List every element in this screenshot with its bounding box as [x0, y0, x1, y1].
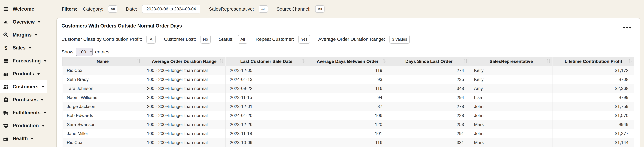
sidebar-item-label: Forecasting — [13, 58, 41, 64]
sort-arrows-icon — [546, 58, 550, 65]
sidebar-item-customers[interactable]: Customers — [0, 80, 48, 93]
column-header-label: Days Since Last Order — [405, 59, 452, 64]
filters-label: Filters: — [62, 6, 78, 12]
filter-label: Repeat Customer: — [256, 36, 294, 42]
cell-name: Ric Cox — [62, 66, 143, 75]
filter-label: Customer Lost: — [164, 36, 196, 42]
column-header-label: Name — [97, 59, 109, 64]
cell-days-since-last-order: 228 — [388, 111, 470, 120]
table-row: Jane Miller100 - 200% longer than normal… — [62, 129, 634, 138]
sidebar-item-sales[interactable]: $Sales — [0, 42, 48, 54]
cell-average-order-duration-range: 100 - 200% longer than normal — [143, 66, 226, 75]
dollar-icon: $ — [2, 44, 9, 51]
cell-average-days-between-order: 87 — [307, 102, 388, 111]
cell-lifetime-contribution-profit: $2,368 — [553, 84, 634, 93]
status-filter-button[interactable]: All — [238, 35, 248, 44]
cell-lifetime-contribution-profit: $1,570 — [553, 111, 634, 120]
column-header-label: Average Order Duration Range — [152, 59, 216, 64]
column-header-average-days-between-order[interactable]: Average Days Between Order — [307, 57, 388, 66]
cell-salesrepresentative: John — [470, 129, 552, 138]
cell-last-customer-sale-date: 2023-10-09 — [226, 138, 307, 147]
sidebar-item-welcome[interactable]: Welcome — [0, 2, 48, 16]
column-header-salesrepresentative[interactable]: SalesRepresentative — [470, 57, 552, 66]
cell-last-customer-sale-date: 2024-01-13 — [226, 75, 307, 84]
chevron-down-icon — [31, 138, 34, 140]
cell-last-customer-sale-date: 2023-12-01 — [226, 102, 307, 111]
sidebar-item-margins[interactable]: $Margins — [0, 28, 48, 42]
sidebar-item-fulfillments[interactable]: Fulfillments — [0, 106, 48, 119]
cell-salesrepresentative: Lisa — [470, 93, 552, 102]
sidebar-item-label: Welcome — [13, 6, 34, 12]
cell-lifetime-contribution-profit: $799 — [553, 93, 634, 102]
column-header-last-customer-sale-date[interactable]: Last Customer Sale Date — [226, 57, 307, 66]
cell-last-customer-sale-date: 2023-11-15 — [226, 93, 307, 102]
open-box-icon — [2, 122, 9, 129]
cell-salesrepresentative: Kelly — [470, 75, 552, 84]
customer-lost-filter-button[interactable]: No — [200, 35, 210, 44]
ellipsis-icon[interactable] — [622, 26, 632, 30]
blocks-chart-icon — [2, 70, 9, 77]
chevron-down-icon — [34, 34, 38, 36]
cell-average-days-between-order: 94 — [307, 93, 388, 102]
table-row: Seth Brady100 - 200% longer than normal2… — [62, 75, 634, 84]
cell-salesrepresentative: Kelly — [470, 66, 552, 75]
table-header-row: NameAverage Order Duration RangeLast Cus… — [62, 57, 634, 66]
customers-table: NameAverage Order Duration RangeLast Cus… — [62, 57, 634, 147]
page-title: Customers With Orders Outside Normal Ord… — [62, 23, 635, 29]
sidebar-item-overview[interactable]: Overview — [0, 16, 48, 28]
menu-icon — [2, 6, 9, 12]
salesrepresentative-filter-button[interactable]: All — [259, 5, 268, 13]
cell-last-customer-sale-date: 2023-11-18 — [226, 129, 307, 138]
cell-days-since-last-order: 274 — [388, 66, 470, 75]
entries-label: entries — [95, 49, 109, 54]
clipboard-icon — [2, 96, 9, 103]
column-header-days-since-last-order[interactable]: Days Since Last Order — [388, 57, 470, 66]
filter-label: Average Order Duration Range: — [318, 36, 385, 42]
cell-average-order-duration-range: 200 - 300% longer than normal — [143, 102, 226, 111]
customer-lost-filter-group: Customer Lost:No — [164, 35, 210, 44]
salesrepresentative-filter-group: SalesRepresentative:All — [209, 5, 268, 13]
sidebar-item-forecasting[interactable]: Forecasting — [0, 54, 48, 67]
column-header-label: Lifetime Contribution Profit — [565, 59, 622, 64]
status-filter-group: Status:All — [219, 35, 248, 44]
sourcechannel-filter-button[interactable]: All — [315, 5, 324, 13]
sort-arrows-icon — [628, 58, 632, 65]
sidebar-item-production[interactable]: Production — [0, 119, 48, 132]
repeat-customer-filter-button[interactable]: Yes — [298, 35, 310, 44]
cell-days-since-last-order: 291 — [388, 129, 470, 138]
cell-average-order-duration-range: 100 - 200% longer than normal — [143, 120, 226, 129]
sidebar-item-health[interactable]: Health — [0, 132, 48, 145]
cell-days-since-last-order: 348 — [388, 84, 470, 93]
report-card: Customers With Orders Outside Normal Ord… — [56, 18, 640, 147]
entries-select[interactable]: 100 — [76, 48, 92, 56]
column-header-name[interactable]: Name — [62, 57, 143, 66]
cell-average-days-between-order: 120 — [307, 120, 388, 129]
cell-average-order-duration-range: 100 - 200% longer than normal — [143, 111, 226, 120]
average-order-duration-range-filter-button[interactable]: 3 Values — [390, 35, 410, 44]
category-filter-button[interactable]: All — [108, 5, 118, 13]
sourcechannel-filter-group: SourceChannel:All — [276, 5, 324, 13]
truck-icon — [2, 110, 9, 116]
date-range-input[interactable]: 2023-09-06 to 2024-09-04 — [142, 4, 200, 14]
factory-icon — [2, 135, 9, 142]
show-label: Show — [62, 49, 73, 54]
sidebar-item-label: Overview — [13, 19, 34, 25]
cell-name: Naomi Williams — [62, 93, 143, 102]
sidebar-item-purchases[interactable]: Purchases — [0, 93, 48, 106]
cell-days-since-last-order: 253 — [388, 120, 470, 129]
cell-average-order-duration-range: 100 - 200% longer than normal — [143, 138, 226, 147]
chevron-down-icon — [42, 125, 45, 126]
data-table-wrapper: NameAverage Order Duration RangeLast Cus… — [62, 57, 634, 147]
cell-last-customer-sale-date: 2023-12-05 — [226, 66, 307, 75]
table-row: Ric Cox100 - 200% longer than normal2023… — [62, 66, 634, 75]
column-header-lifetime-contribution-profit[interactable]: Lifetime Contribution Profit — [553, 57, 634, 66]
sidebar-item-label: Customers — [13, 84, 38, 90]
customer-class-by-contribution-profit-filter-group: Customer Class by Contribution Profit:A — [62, 35, 156, 44]
sidebar-item-label: Sales — [13, 45, 26, 51]
column-header-average-order-duration-range[interactable]: Average Order Duration Range — [143, 57, 226, 66]
chevron-down-icon — [42, 86, 44, 88]
chevron-down-icon — [37, 73, 40, 75]
sidebar-item-products[interactable]: Products — [0, 67, 48, 80]
table-row: Jorge Jackson200 - 300% longer than norm… — [62, 102, 634, 111]
customer-class-by-contribution-profit-filter-button[interactable]: A — [146, 35, 156, 44]
